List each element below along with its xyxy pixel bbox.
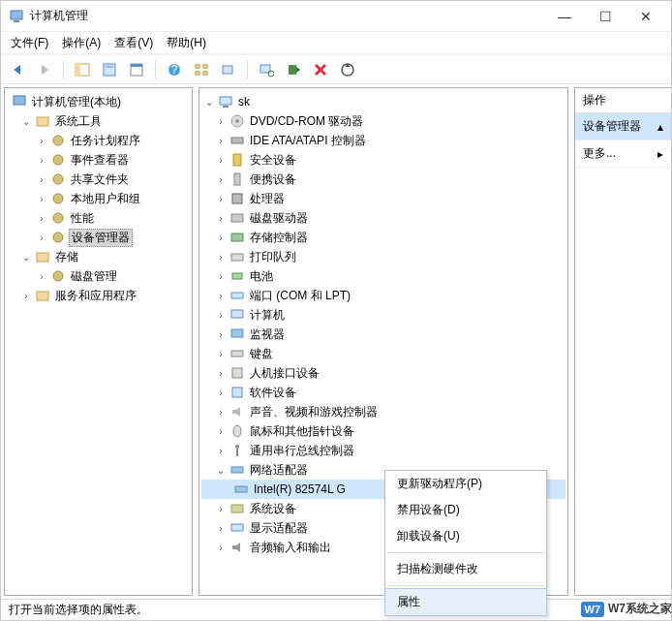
expand-icon[interactable]: ⌄ xyxy=(215,465,227,476)
device-category[interactable]: › 计算机 xyxy=(201,305,565,325)
device-category[interactable]: › 声音、视频和游戏控制器 xyxy=(201,402,565,421)
svg-rect-12 xyxy=(195,64,200,69)
properties-button[interactable] xyxy=(99,59,120,80)
device-add-button[interactable] xyxy=(218,59,239,80)
show-hide-tree-button[interactable] xyxy=(72,59,93,80)
uninstall-device-button[interactable] xyxy=(310,59,331,80)
device-category[interactable]: › 安全设备 xyxy=(201,150,565,170)
expand-icon[interactable]: ⌄ xyxy=(20,252,32,263)
device-category[interactable]: › 通用串行总线控制器 xyxy=(201,441,565,460)
tree-group[interactable]: ⌄ 存储 xyxy=(7,247,190,266)
device-category[interactable]: › 键盘 xyxy=(201,344,565,363)
actions-row-more[interactable]: 更多... ▸ xyxy=(575,140,671,168)
maximize-button[interactable]: ☐ xyxy=(594,9,617,24)
expand-icon[interactable]: › xyxy=(215,136,227,146)
expand-icon[interactable]: › xyxy=(215,174,227,185)
expand-icon[interactable]: › xyxy=(215,291,227,301)
device-category[interactable]: › 监视器 xyxy=(201,325,565,344)
device-category[interactable]: › 处理器 xyxy=(201,189,565,208)
expand-icon[interactable]: › xyxy=(36,174,47,185)
tree-item[interactable]: › 事件查看器 xyxy=(7,150,190,170)
folder-icon xyxy=(35,249,50,264)
device-category[interactable]: › IDE ATA/ATAPI 控制器 xyxy=(201,131,565,150)
svg-point-32 xyxy=(53,233,63,242)
actions-row-main[interactable]: 设备管理器 ▴ xyxy=(575,113,671,140)
context-menu-item[interactable]: 卸载设备(U) xyxy=(385,523,546,549)
context-menu-item[interactable]: 更新驱动程序(P) xyxy=(385,471,546,497)
tree-item[interactable]: › 设备管理器 xyxy=(7,228,190,247)
expand-icon[interactable]: › xyxy=(215,155,227,166)
expand-icon[interactable]: › xyxy=(215,407,227,418)
context-menu-item[interactable]: 属性 xyxy=(384,588,547,616)
expand-icon[interactable]: › xyxy=(215,271,227,282)
minimize-button[interactable]: — xyxy=(553,9,576,24)
expand-icon[interactable]: › xyxy=(36,136,47,146)
expand-icon[interactable]: › xyxy=(215,504,227,514)
help-button[interactable]: ? xyxy=(164,59,185,80)
device-root[interactable]: ⌄ sk xyxy=(201,92,565,111)
expand-icon[interactable]: › xyxy=(36,271,47,282)
collapse-icon[interactable]: ⌄ xyxy=(203,97,215,108)
expand-icon[interactable]: › xyxy=(215,446,227,456)
expand-icon[interactable]: › xyxy=(36,213,47,224)
tree-item[interactable]: › 磁盘管理 xyxy=(7,266,190,286)
expand-icon[interactable]: › xyxy=(215,388,227,398)
menu-action[interactable]: 操作(A) xyxy=(62,35,101,51)
tree-item[interactable]: › 任务计划程序 xyxy=(7,131,190,150)
expand-icon[interactable]: › xyxy=(215,213,227,224)
device-category[interactable]: › 电池 xyxy=(201,266,565,286)
device-category[interactable]: › 磁盘驱动器 xyxy=(201,208,565,228)
update-driver-button[interactable] xyxy=(337,59,358,80)
expand-icon[interactable]: › xyxy=(215,310,227,321)
device-category[interactable]: › 便携设备 xyxy=(201,170,565,189)
expand-icon[interactable]: › xyxy=(215,349,227,359)
menu-view[interactable]: 查看(V) xyxy=(114,35,153,51)
tile-button[interactable] xyxy=(191,59,212,80)
expand-icon[interactable]: › xyxy=(36,155,47,166)
expand-icon[interactable]: › xyxy=(215,252,227,263)
expand-icon[interactable]: › xyxy=(36,233,47,243)
expand-icon[interactable]: › xyxy=(215,194,227,204)
context-menu-item[interactable]: 禁用设备(D) xyxy=(385,497,546,523)
close-button[interactable]: ✕ xyxy=(634,9,657,24)
expand-icon[interactable]: › xyxy=(215,426,227,437)
category-icon xyxy=(229,249,245,264)
tree-item[interactable]: › 性能 xyxy=(7,208,190,228)
menu-file[interactable]: 文件(F) xyxy=(11,35,48,51)
expand-icon[interactable]: › xyxy=(215,368,227,379)
expand-icon[interactable]: › xyxy=(20,291,32,301)
expand-icon[interactable]: ⌄ xyxy=(20,116,32,127)
device-category[interactable]: › 打印队列 xyxy=(201,247,565,266)
expand-icon[interactable]: › xyxy=(215,543,227,553)
back-button[interactable] xyxy=(7,59,28,80)
tree-root[interactable]: 计算机管理(本地) xyxy=(7,92,190,111)
svg-rect-60 xyxy=(231,505,243,512)
tree-group[interactable]: › 服务和应用程序 xyxy=(7,286,190,305)
expand-icon[interactable]: › xyxy=(215,116,227,127)
device-category[interactable]: › 人机接口设备 xyxy=(201,363,565,383)
device-category[interactable]: › 鼠标和其他指针设备 xyxy=(201,421,565,441)
expand-icon[interactable]: › xyxy=(215,329,227,340)
scan-hardware-button[interactable] xyxy=(256,59,277,80)
context-separator xyxy=(387,585,544,586)
expand-icon[interactable]: › xyxy=(36,194,47,204)
tree-item[interactable]: › 共享文件夹 xyxy=(7,170,190,189)
export-button[interactable] xyxy=(126,59,147,80)
device-category[interactable]: › 存储控制器 xyxy=(201,228,565,247)
tree-group[interactable]: ⌄ 系统工具 xyxy=(7,111,190,131)
svg-point-30 xyxy=(53,194,63,203)
category-icon xyxy=(229,385,245,400)
expand-icon[interactable]: › xyxy=(215,233,227,243)
device-category[interactable]: › 软件设备 xyxy=(201,383,565,402)
tree-item[interactable]: › 本地用户和组 xyxy=(7,189,190,208)
device-category[interactable]: › DVD/CD-ROM 驱动器 xyxy=(201,111,565,131)
category-icon xyxy=(229,540,245,555)
enable-device-button[interactable] xyxy=(283,59,304,80)
device-category-label: 网络适配器 xyxy=(248,462,310,479)
menu-help[interactable]: 帮助(H) xyxy=(167,35,206,51)
expand-icon[interactable]: › xyxy=(215,523,227,534)
device-category[interactable]: › 端口 (COM 和 LPT) xyxy=(201,286,565,305)
tree-item-label: 本地用户和组 xyxy=(69,191,142,207)
forward-button[interactable] xyxy=(34,59,55,80)
context-menu-item[interactable]: 扫描检测硬件改 xyxy=(385,556,546,582)
